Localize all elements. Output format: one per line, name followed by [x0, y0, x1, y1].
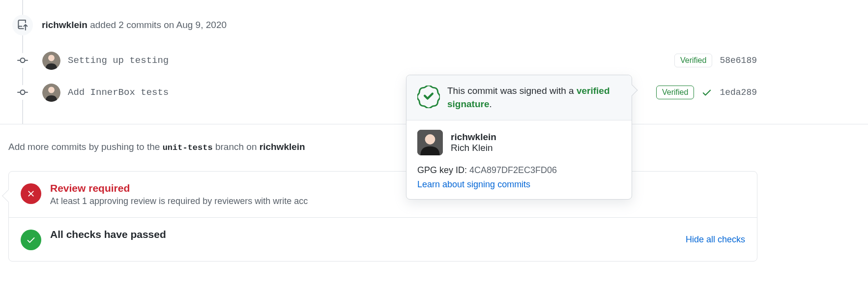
- review-required-section: Review required At least 1 approving rev…: [9, 172, 757, 218]
- verified-badge[interactable]: Verified: [656, 86, 694, 99]
- commit-meta: Verified 1eda289: [656, 86, 757, 99]
- avatar[interactable]: [42, 52, 60, 70]
- signer-realname: Rich Klein: [451, 143, 496, 153]
- commit-sha-link[interactable]: 58e6189: [720, 56, 757, 65]
- commit-row: Add InnerBox tests Verified 1eda289: [15, 83, 757, 102]
- commit-row: Setting up testing Verified 58e6189: [15, 51, 757, 70]
- popover-body: richwklein Rich Klein GPG key ID: 4CA897…: [406, 120, 632, 199]
- review-title: Review required: [50, 182, 745, 194]
- svg-point-3: [48, 87, 55, 93]
- popover-heading-text: This commit was signed with a verified s…: [447, 85, 621, 111]
- push-hint-prefix: Add more commits by pushing to the: [8, 142, 160, 152]
- push-hint: Add more commits by pushing to the unit-…: [8, 142, 305, 152]
- commit-meta: Verified 58e6189: [674, 54, 757, 67]
- check-icon[interactable]: [701, 87, 712, 98]
- review-subtitle: At least 1 approving review is required …: [50, 196, 745, 206]
- signer-names: richwklein Rich Klein: [451, 132, 496, 153]
- popover-header: This commit was signed with a verified s…: [406, 75, 632, 120]
- avatar[interactable]: [417, 130, 443, 155]
- verified-badge[interactable]: Verified: [674, 54, 712, 67]
- push-date: on Aug 9, 2020: [164, 20, 227, 30]
- svg-point-1: [48, 55, 55, 61]
- commit-message-link[interactable]: Setting up testing: [68, 55, 674, 66]
- commit-marker-icon: [15, 85, 30, 100]
- review-text: Review required At least 1 approving rev…: [50, 182, 745, 206]
- popover-period: .: [490, 99, 492, 109]
- signature-popover: This commit was signed with a verified s…: [406, 75, 632, 200]
- push-event-header: richwklein added 2 commits on Aug 9, 202…: [12, 15, 227, 35]
- gpg-key-label: GPG key ID:: [417, 165, 467, 175]
- checks-section: All checks have passed Hide all checks: [9, 218, 757, 261]
- x-icon: [21, 183, 41, 204]
- push-event-text: richwklein added 2 commits on Aug 9, 202…: [42, 20, 227, 30]
- gpg-key-id: 4CA897DF2EC3FD06: [469, 165, 557, 175]
- signer-username[interactable]: richwklein: [451, 132, 496, 143]
- push-user-link[interactable]: richwklein: [42, 20, 87, 30]
- popover-line1: This commit was signed with a: [447, 86, 574, 96]
- check-circle-icon: [21, 230, 41, 250]
- checks-title: All checks have passed: [50, 229, 677, 240]
- signer-row: richwklein Rich Klein: [417, 130, 621, 155]
- push-action: added 2 commits: [90, 20, 161, 30]
- verified-seal-icon: [417, 86, 440, 110]
- learn-signing-link[interactable]: Learn about signing commits: [417, 179, 621, 190]
- hide-checks-link[interactable]: Hide all checks: [686, 234, 745, 245]
- push-hint-middle: branch on: [215, 142, 257, 152]
- commit-sha-link[interactable]: 1eda289: [720, 88, 757, 97]
- svg-point-5: [425, 134, 435, 145]
- merge-status-box: Review required At least 1 approving rev…: [8, 171, 757, 262]
- branch-name: unit-tests: [163, 143, 213, 152]
- gpg-key-row: GPG key ID: 4CA897DF2EC3FD06: [417, 165, 621, 175]
- repo-name: richwklein: [260, 142, 305, 152]
- avatar[interactable]: [42, 84, 60, 102]
- commit-marker-icon: [15, 53, 30, 68]
- repo-push-icon: [12, 15, 33, 35]
- checks-text: All checks have passed: [50, 229, 677, 240]
